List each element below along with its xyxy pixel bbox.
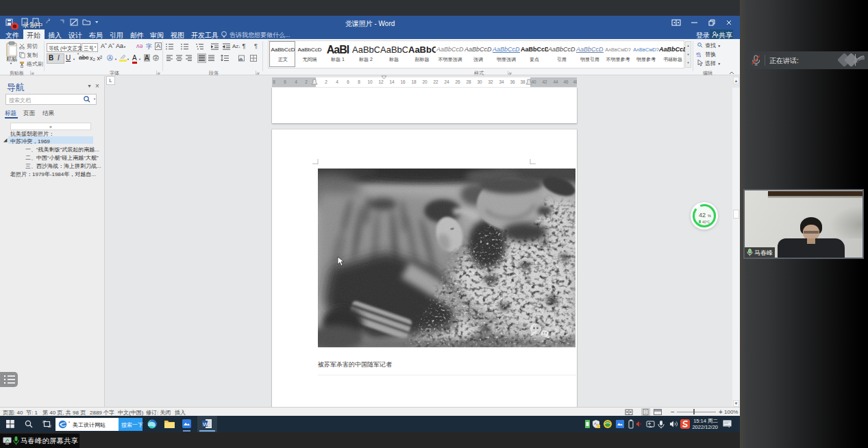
svg-text:36: 36: [510, 79, 515, 84]
svg-text:32: 32: [488, 79, 493, 84]
svg-text:14: 14: [389, 79, 395, 84]
svg-text:26: 26: [455, 79, 460, 84]
svg-text:38: 38: [520, 79, 525, 84]
svg-text:8: 8: [273, 79, 275, 84]
svg-text:40: 40: [531, 79, 536, 84]
svg-text:8: 8: [358, 79, 360, 84]
svg-text:42: 42: [699, 212, 706, 219]
svg-text:2: 2: [325, 79, 327, 84]
svg-text:40°C: 40°C: [702, 220, 710, 224]
svg-text:42: 42: [542, 79, 547, 84]
svg-text:ab: ab: [696, 51, 701, 55]
svg-text:18: 18: [411, 79, 417, 84]
svg-text:28: 28: [466, 79, 471, 84]
svg-text:4: 4: [295, 79, 297, 84]
svg-text:6: 6: [347, 79, 349, 84]
svg-text:2: 2: [305, 79, 308, 84]
svg-text:20: 20: [422, 79, 427, 84]
svg-text:48: 48: [573, 79, 577, 84]
svg-text:10: 10: [367, 79, 373, 84]
svg-text:22: 22: [433, 79, 438, 84]
svg-text:4: 4: [336, 79, 338, 84]
svg-text:24: 24: [444, 79, 449, 84]
svg-text:30: 30: [477, 79, 482, 84]
svg-text:16: 16: [400, 79, 406, 84]
svg-text:46: 46: [563, 79, 569, 84]
svg-text:44: 44: [553, 79, 558, 84]
svg-text:大嘴侃: 大嘴侃: [551, 325, 575, 336]
svg-text:W: W: [203, 421, 208, 427]
svg-text:12: 12: [378, 79, 384, 84]
svg-text:%: %: [708, 214, 711, 218]
svg-text:34: 34: [499, 79, 504, 84]
svg-text:6: 6: [284, 79, 286, 84]
